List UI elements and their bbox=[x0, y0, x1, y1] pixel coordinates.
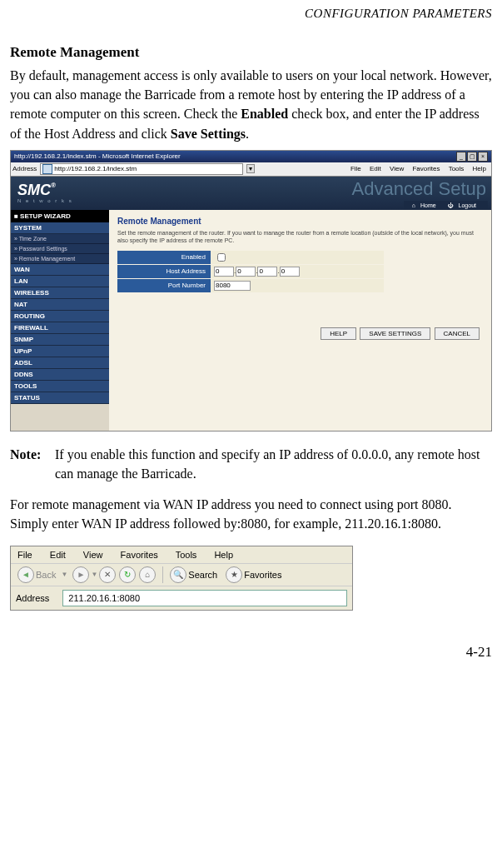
sidebar-sub-remote[interactable]: » Remote Management bbox=[11, 254, 109, 264]
sidebar-item-snmp[interactable]: SNMP bbox=[11, 334, 109, 346]
logout-link[interactable]: ⏻ Logout bbox=[448, 202, 480, 208]
sidebar-item-system[interactable]: SYSTEM bbox=[11, 222, 109, 234]
settings-form: Enabled Host Address . . . Port Number bbox=[117, 251, 384, 292]
sidebar-item-status[interactable]: STATUS bbox=[11, 392, 109, 404]
note-paragraph: Note: If you enable this function and sp… bbox=[10, 445, 492, 483]
enabled-checkbox[interactable] bbox=[217, 253, 226, 262]
router-screenshot: http://192.168.2.1/index.stm - Microsoft… bbox=[10, 150, 492, 432]
content-heading: Remote Management bbox=[117, 217, 483, 226]
menu-edit[interactable]: Edit bbox=[50, 550, 66, 560]
address-field[interactable]: http://192.168.2.1/index.stm bbox=[40, 163, 243, 175]
page-header: CONFIGURATION PARAMETERS bbox=[10, 7, 492, 21]
page-number: 4-21 bbox=[10, 644, 492, 661]
browser-menubar: File Edit View Favorites Tools Help bbox=[347, 165, 490, 172]
menu-help[interactable]: Help bbox=[473, 165, 486, 172]
menu-file[interactable]: File bbox=[350, 165, 361, 172]
sidebar-item-routing[interactable]: ROUTING bbox=[11, 311, 109, 322]
back-icon[interactable]: ◄ bbox=[17, 566, 34, 583]
paragraph-2: For remote management via WAN IP address… bbox=[10, 495, 492, 533]
back-dropdown-icon[interactable]: ▼ bbox=[61, 571, 67, 578]
maximize-icon[interactable]: ▢ bbox=[467, 152, 477, 162]
favorites-icon[interactable]: ★ bbox=[226, 566, 242, 583]
menu-favorites[interactable]: Favorites bbox=[412, 165, 440, 172]
url-text: http://192.168.2.1/index.stm bbox=[54, 165, 137, 172]
fig2-menubar: File Edit View Favorites Tools Help bbox=[11, 546, 352, 564]
menu-tools[interactable]: Tools bbox=[449, 165, 465, 172]
search-icon[interactable]: 🔍 bbox=[170, 566, 186, 583]
cancel-button[interactable]: CANCEL bbox=[435, 327, 480, 340]
help-button[interactable]: HELP bbox=[321, 327, 356, 340]
window-title: http://192.168.2.1/index.stm - Microsoft… bbox=[14, 151, 181, 162]
address-label: Address bbox=[12, 165, 37, 172]
menu-tools[interactable]: Tools bbox=[176, 550, 197, 560]
back-label: Back bbox=[36, 570, 56, 580]
note-text: If you enable this function and specify … bbox=[55, 445, 492, 483]
separator bbox=[162, 566, 163, 583]
sidebar-sub-timezone[interactable]: » Time Zone bbox=[11, 234, 109, 244]
window-buttons: _▢× bbox=[455, 151, 488, 162]
menu-view[interactable]: View bbox=[83, 550, 103, 560]
address-field[interactable]: 211.20.16.1:8080 bbox=[62, 590, 347, 606]
intro-paragraph: By default, management access is only av… bbox=[10, 66, 492, 143]
save-settings-word: Save Settings bbox=[171, 127, 246, 141]
sidebar: ■ SETUP WIZARD SYSTEM » Time Zone » Pass… bbox=[11, 210, 109, 432]
ip-octet-2[interactable] bbox=[236, 267, 256, 277]
sidebar-item-lan[interactable]: LAN bbox=[11, 276, 109, 287]
search-label: Search bbox=[188, 570, 217, 580]
sidebar-item-wan[interactable]: WAN bbox=[11, 264, 109, 276]
minimize-icon[interactable]: _ bbox=[456, 152, 466, 162]
brand-subtext: N e t w o r k s bbox=[17, 198, 73, 203]
close-icon[interactable]: × bbox=[478, 152, 488, 162]
sidebar-item-ddns[interactable]: DDNS bbox=[11, 369, 109, 381]
page-title-banner: Advanced Setup bbox=[352, 178, 486, 200]
main-row: ■ SETUP WIZARD SYSTEM » Time Zone » Pass… bbox=[11, 210, 491, 432]
ip-octet-1[interactable] bbox=[214, 267, 234, 277]
browser-bar-screenshot: File Edit View Favorites Tools Help ◄ Ba… bbox=[10, 546, 353, 611]
button-row: HELP SAVE SETTINGS CANCEL bbox=[319, 327, 480, 340]
menu-view[interactable]: View bbox=[390, 165, 404, 172]
window-titlebar: http://192.168.2.1/index.stm - Microsoft… bbox=[11, 151, 491, 162]
forward-dropdown-icon[interactable]: ▼ bbox=[91, 571, 97, 578]
port-input[interactable] bbox=[214, 281, 251, 291]
port-label: Port Number bbox=[117, 279, 211, 292]
refresh-icon[interactable]: ↻ bbox=[119, 566, 136, 583]
fig2-address-row: Address 211.20.16.1:8080 bbox=[11, 586, 352, 610]
ip-octet-4[interactable] bbox=[280, 267, 300, 277]
text: . bbox=[246, 127, 249, 141]
top-links: ⌂ Home ⏻ Logout bbox=[404, 201, 488, 210]
sidebar-item-adsl[interactable]: ADSL bbox=[11, 357, 109, 369]
setup-wizard-link[interactable]: ■ SETUP WIZARD bbox=[11, 210, 109, 222]
menu-favorites[interactable]: Favorites bbox=[121, 550, 158, 560]
menu-help[interactable]: Help bbox=[214, 550, 233, 560]
note-label: Note: bbox=[10, 445, 55, 483]
smc-logo: SMC® bbox=[17, 182, 56, 199]
address-label: Address bbox=[16, 593, 49, 603]
dropdown-icon[interactable]: ▾ bbox=[246, 164, 255, 173]
ip-octet-3[interactable] bbox=[257, 267, 277, 277]
content-description: Set the remote management of the router.… bbox=[117, 229, 483, 244]
favorites-label: Favorites bbox=[244, 570, 281, 580]
address-bar-row: Address http://192.168.2.1/index.stm ▾ F… bbox=[11, 162, 491, 177]
sidebar-item-wireless[interactable]: WIRELESS bbox=[11, 287, 109, 299]
sidebar-item-firewall[interactable]: FIREWALL bbox=[11, 322, 109, 334]
page-icon bbox=[42, 164, 52, 174]
section-heading: Remote Management bbox=[10, 44, 492, 61]
forward-icon[interactable]: ► bbox=[72, 566, 89, 583]
brand-bar: SMC® N e t w o r k s Advanced Setup ⌂ Ho… bbox=[11, 177, 491, 210]
save-settings-button[interactable]: SAVE SETTINGS bbox=[360, 327, 430, 340]
content-pane: Remote Management Set the remote managem… bbox=[109, 210, 491, 432]
host-address-label: Host Address bbox=[117, 265, 211, 278]
sidebar-sub-password[interactable]: » Password Settings bbox=[11, 244, 109, 254]
sidebar-item-upnp[interactable]: UPnP bbox=[11, 346, 109, 357]
home-link[interactable]: ⌂ Home bbox=[412, 202, 440, 208]
stop-icon[interactable]: ✕ bbox=[99, 566, 116, 583]
reg-mark: ® bbox=[51, 182, 56, 189]
fig2-toolbar: ◄ Back ▼ ► ▼ ✕ ↻ ⌂ 🔍 Search ★ Favorites bbox=[11, 564, 352, 586]
sidebar-item-nat[interactable]: NAT bbox=[11, 299, 109, 311]
home-icon[interactable]: ⌂ bbox=[139, 566, 156, 583]
sidebar-item-tools[interactable]: TOOLS bbox=[11, 381, 109, 392]
menu-file[interactable]: File bbox=[17, 550, 32, 560]
enabled-word: Enabled bbox=[241, 107, 288, 121]
menu-edit[interactable]: Edit bbox=[370, 165, 381, 172]
enabled-label: Enabled bbox=[117, 251, 211, 264]
